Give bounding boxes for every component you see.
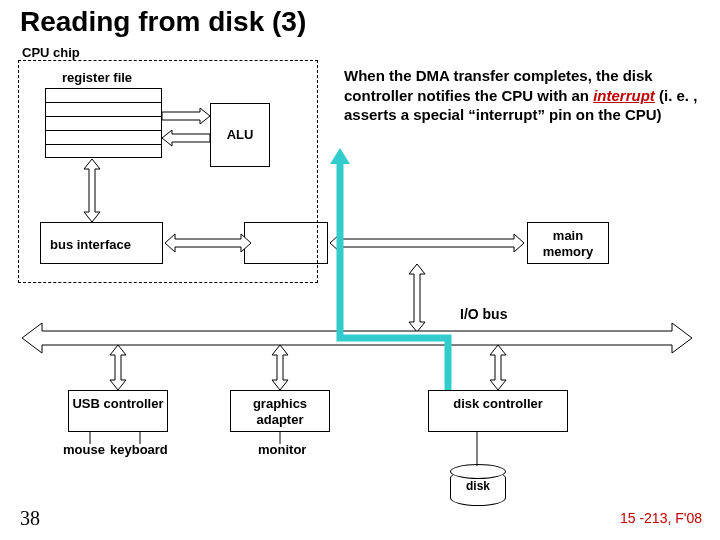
monitor-label: monitor <box>258 442 306 457</box>
bus-interface-label: bus interface <box>50 237 131 252</box>
keyboard-label: keyboard <box>110 442 168 457</box>
main-memory-box: main memory <box>527 222 609 264</box>
disk-controller-label: disk controller <box>453 396 543 411</box>
iobus-usb-arrow <box>110 345 126 390</box>
interrupt-path-icon <box>330 148 448 390</box>
bus-interface-box-right <box>244 222 328 264</box>
svg-marker-9 <box>490 345 506 390</box>
io-bus-bar <box>22 323 692 353</box>
svg-marker-14 <box>330 148 350 164</box>
svg-marker-8 <box>272 345 288 390</box>
usb-controller-label: USB controller <box>72 396 163 411</box>
register-file <box>45 88 162 158</box>
usb-controller-box: USB controller <box>68 390 168 432</box>
course-footer: 15 -213, F'08 <box>620 510 702 526</box>
cpu-chip-label: CPU chip <box>22 45 80 60</box>
iobus-disk-arrow <box>490 345 506 390</box>
caption-emphasis: interrupt <box>593 87 655 104</box>
slide-number: 38 <box>20 507 40 530</box>
disk-cylinder-icon: disk <box>450 470 506 506</box>
businterface-iobus-arrow <box>409 264 425 332</box>
svg-marker-4 <box>330 234 524 252</box>
slide-title: Reading from disk (3) <box>20 6 306 38</box>
svg-marker-7 <box>110 345 126 390</box>
svg-marker-5 <box>409 264 425 332</box>
graphics-adapter-box: graphics adapter <box>230 390 330 432</box>
io-bus-label: I/O bus <box>460 306 507 322</box>
alu-box: ALU <box>210 103 270 167</box>
disk-label: disk <box>466 479 490 493</box>
main-memory-label: main memory <box>543 228 594 259</box>
businterface-memory-arrow <box>330 234 524 252</box>
register-file-label: register file <box>62 70 132 85</box>
svg-marker-6 <box>22 323 692 353</box>
caption-text: When the DMA transfer completes, the dis… <box>344 66 702 125</box>
iobus-graphics-arrow <box>272 345 288 390</box>
mouse-label: mouse <box>63 442 105 457</box>
disk-controller-box: disk controller <box>428 390 568 432</box>
graphics-adapter-label: graphics adapter <box>253 396 307 427</box>
